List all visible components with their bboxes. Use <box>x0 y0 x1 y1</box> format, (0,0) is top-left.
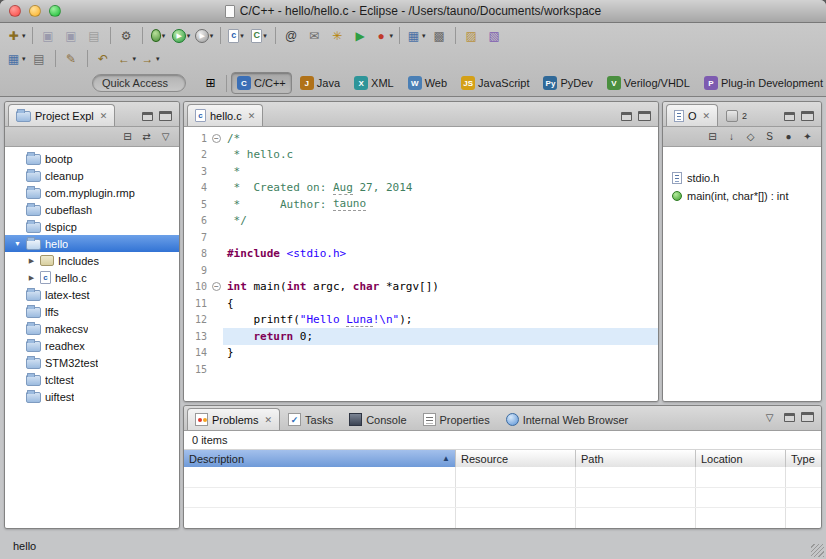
view-tab-internal-web-browser[interactable]: Internal Web Browser <box>498 408 637 430</box>
forward-button[interactable]: →▾ <box>138 48 162 69</box>
quick-access-field[interactable]: Quick Access <box>92 74 186 92</box>
toggle-palette-button[interactable]: ▦▾ <box>4 48 28 69</box>
code-line-10[interactable]: 10−int main(int argc, char *argv[]) <box>184 279 658 296</box>
column-header-type[interactable]: Type <box>786 450 821 468</box>
code-line-9[interactable]: 9 <box>184 262 658 279</box>
code-editor[interactable]: 1−/*2 * hello.c3 *4 * Created on: Aug 27… <box>184 127 658 401</box>
editor-tab-hello-c[interactable]: hello.c ✕ <box>187 104 263 126</box>
collapse-fold-icon[interactable]: − <box>212 134 221 143</box>
dropdown-arrow-icon[interactable]: ▾ <box>263 32 267 40</box>
hide-static-button[interactable]: S <box>761 129 778 145</box>
code-line-7[interactable]: 7 <box>184 229 658 246</box>
code-line-12[interactable]: 12 printf("Hello Luna!\n"); <box>184 312 658 329</box>
close-window-button[interactable] <box>9 5 21 17</box>
minimize-view-icon[interactable] <box>142 112 153 121</box>
code-line-3[interactable]: 3 * <box>184 163 658 180</box>
minimize-view-icon[interactable] <box>784 413 795 422</box>
line-number[interactable]: 4 <box>184 182 210 193</box>
close-tab-icon[interactable]: ✕ <box>248 111 256 121</box>
line-number[interactable]: 13 <box>184 331 210 342</box>
hide-fields-button[interactable]: ◇ <box>742 129 759 145</box>
line-number[interactable]: 8 <box>184 248 210 259</box>
minimize-view-icon[interactable] <box>784 112 795 121</box>
tree-item-hello-c[interactable]: ▶hello.c <box>5 269 179 286</box>
tree-item-readhex[interactable]: readhex <box>5 337 179 354</box>
dropdown-arrow-icon[interactable]: ▾ <box>22 32 26 40</box>
line-number[interactable]: 15 <box>184 364 210 375</box>
print-button[interactable]: ▤ <box>83 25 106 46</box>
code-line-4[interactable]: 4 * Created on: Aug 27, 2014 <box>184 180 658 197</box>
workspace-folder-button[interactable]: ▨ <box>460 25 483 46</box>
run-button[interactable]: ▶▾ <box>170 25 193 46</box>
pin-button[interactable]: ✦ <box>799 129 816 145</box>
line-number[interactable]: 2 <box>184 149 210 160</box>
column-header-description[interactable]: Description▲ <box>184 450 456 468</box>
hide-non-public-button[interactable]: ● <box>780 129 797 145</box>
code-line-15[interactable]: 15 <box>184 361 658 378</box>
external-tools-button[interactable]: ▶▾ <box>193 25 216 46</box>
tree-item-cleanup[interactable]: cleanup <box>5 167 179 184</box>
view-tab-tasks[interactable]: Tasks <box>280 408 341 430</box>
dropdown-arrow-icon[interactable]: ▾ <box>162 32 166 40</box>
code-line-6[interactable]: 6 */ <box>184 213 658 230</box>
dropdown-arrow-icon[interactable]: ▾ <box>187 32 191 40</box>
disclosure-down-icon[interactable]: ▼ <box>13 240 22 247</box>
line-number[interactable]: 6 <box>184 215 210 226</box>
minimize-window-button[interactable] <box>29 5 41 17</box>
save-all-button[interactable]: ▣ <box>60 25 83 46</box>
sort-button[interactable]: ↓ <box>723 129 740 145</box>
project-explorer-tab[interactable]: Project Expl ✕ <box>8 104 115 126</box>
code-line-8[interactable]: 8#include <stdio.h> <box>184 246 658 263</box>
tree-item-hello[interactable]: ▼hello <box>5 235 179 252</box>
new-c-class-button[interactable]: C▾ <box>248 25 271 46</box>
outline-item-stdio-h[interactable]: stdio.h <box>663 169 821 187</box>
perspective-tab-java[interactable]: JJava <box>294 72 346 94</box>
resize-grip-icon[interactable] <box>811 544 824 557</box>
code-line-13[interactable]: 13 return 0; <box>184 328 658 345</box>
dropdown-arrow-icon[interactable]: ▾ <box>390 32 394 40</box>
show-table-button[interactable]: ▤ <box>28 48 51 69</box>
minimize-view-icon[interactable] <box>621 112 632 121</box>
perspective-tab-plug-in-development[interactable]: PPlug-in Development <box>698 72 826 94</box>
tree-item-dspicp[interactable]: dspicp <box>5 218 179 235</box>
tree-item-bootp[interactable]: bootp <box>5 150 179 167</box>
zoom-window-button[interactable] <box>49 5 61 17</box>
line-number[interactable]: 1 <box>184 133 210 144</box>
problems-table-body[interactable] <box>184 467 821 528</box>
view-tab-2[interactable]: 2 <box>718 104 755 126</box>
perspective-tab-c-c[interactable]: CC/C++ <box>231 72 292 94</box>
dropdown-arrow-icon[interactable]: ▾ <box>422 32 426 40</box>
tree-item-stm32test[interactable]: STM32test <box>5 354 179 371</box>
dropdown-arrow-icon[interactable]: ▾ <box>210 32 214 40</box>
view-tab-properties[interactable]: Properties <box>415 408 498 430</box>
code-line-2[interactable]: 2 * hello.c <box>184 147 658 164</box>
column-header-location[interactable]: Location <box>696 450 786 468</box>
line-number[interactable]: 3 <box>184 166 210 177</box>
maximize-view-icon[interactable] <box>801 111 814 121</box>
view-tab-console[interactable]: Console <box>341 408 414 430</box>
outline-item-main-int-char-int[interactable]: main(int, char*[]) : int <box>663 187 821 205</box>
back-button[interactable]: ←▾ <box>115 48 139 69</box>
line-number[interactable]: 11 <box>184 298 210 309</box>
debug-button[interactable]: ▾ <box>147 25 170 46</box>
maximize-view-icon[interactable] <box>801 412 814 422</box>
maximize-view-icon[interactable] <box>159 111 172 121</box>
perspective-tab-web[interactable]: WWeb <box>402 72 453 94</box>
collapse-all-button[interactable]: ⊟ <box>704 129 721 145</box>
code-line-5[interactable]: 5 * Author: tauno <box>184 196 658 213</box>
titlebar[interactable]: C/C++ - hello/hello.c - Eclipse - /Users… <box>0 0 826 23</box>
open-perspective-button[interactable]: ⊞ <box>199 73 222 94</box>
line-number[interactable]: 5 <box>184 199 210 210</box>
line-number[interactable]: 7 <box>184 232 210 243</box>
annotate-button[interactable]: ✎ <box>60 48 83 69</box>
plugin-button[interactable]: ▧ <box>483 25 506 46</box>
outline-tab[interactable]: O ✕ <box>666 104 718 126</box>
tree-item-com-myplugin-rmp[interactable]: com.myplugin.rmp <box>5 184 179 201</box>
maximize-view-icon[interactable] <box>638 111 651 121</box>
line-number[interactable]: 14 <box>184 347 210 358</box>
view-tab-problems[interactable]: Problems✕ <box>187 408 280 430</box>
record-button[interactable]: ●▾ <box>372 25 396 46</box>
tree-item-makecsv[interactable]: makecsv <box>5 320 179 337</box>
close-tab-icon[interactable]: ✕ <box>264 415 272 425</box>
line-number[interactable]: 10 <box>184 281 210 292</box>
